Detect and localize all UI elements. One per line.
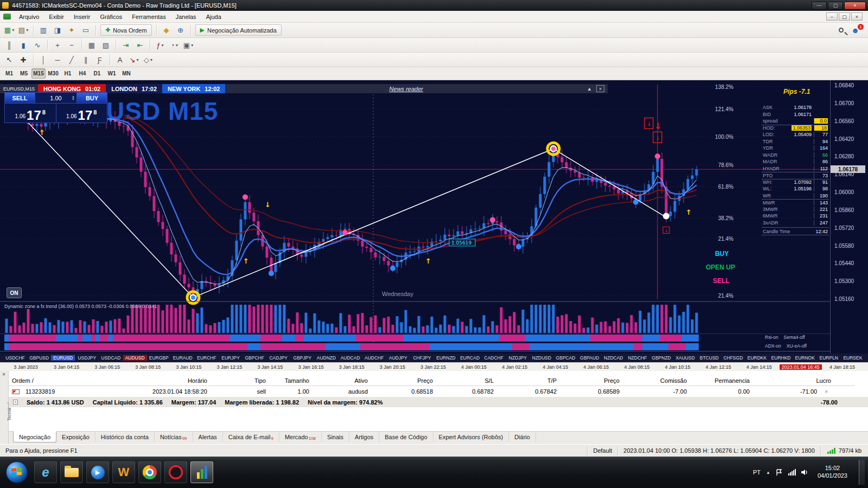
- auto-scroll-icon[interactable]: ⇥: [119, 39, 132, 51]
- ticker-symbol-eurjpy[interactable]: EURJPY: [219, 355, 242, 361]
- ticker-symbol-usdchf[interactable]: USDCHF: [3, 355, 27, 361]
- mdi-close-button[interactable]: ×: [851, 12, 863, 21]
- menu-item-gráficos[interactable]: Gráficos: [95, 12, 127, 22]
- mdi-minimize-button[interactable]: –: [826, 12, 838, 21]
- ticker-symbol-usdjpy[interactable]: USDJPY: [75, 355, 99, 361]
- ticker-symbol-audchf[interactable]: AUDCHF: [362, 355, 386, 361]
- ticker-symbol-cadchf[interactable]: CADCHF: [482, 355, 506, 361]
- ticker-symbol-audusd[interactable]: AUDUSD: [123, 355, 147, 361]
- ticker-symbol-nzdjpy[interactable]: NZDJPY: [506, 355, 529, 361]
- start-button[interactable]: [6, 461, 28, 483]
- tab-di-rio[interactable]: Diário: [509, 432, 536, 442]
- menu-item-ajuda[interactable]: Ajuda: [201, 12, 226, 22]
- ticker-symbol-chfjpy[interactable]: CHFJPY: [410, 355, 434, 361]
- ticker-symbol-gbpnzd[interactable]: GBPNZD: [649, 355, 673, 361]
- column-header-preço[interactable]: Preço: [371, 377, 436, 384]
- timeframe-mn[interactable]: MN: [119, 68, 133, 79]
- metaeditor-icon[interactable]: ◆: [160, 24, 173, 36]
- volume-stepper[interactable]: 1.00▲▼: [35, 93, 77, 103]
- tab-hist-rico-da-conta[interactable]: Histórico da conta: [95, 432, 155, 442]
- ticker-symbol-chfsgd[interactable]: CHFSGD: [721, 355, 745, 361]
- on-button[interactable]: ON: [7, 287, 22, 298]
- ticker-symbol-eurgbp[interactable]: EURGBP: [147, 355, 171, 361]
- column-header-tamanho[interactable]: Tamanho: [269, 377, 312, 384]
- buy-price[interactable]: 1.06 17 8: [56, 104, 107, 123]
- cascade-windows-icon[interactable]: ▧: [99, 39, 112, 51]
- metatrader-taskbar-button[interactable]: [190, 461, 213, 483]
- sell-button[interactable]: SELL: [5, 93, 35, 103]
- timeframe-h1[interactable]: H1: [61, 68, 75, 79]
- ticker-symbol-nzdusd[interactable]: NZDUSD: [529, 355, 553, 361]
- close-position-button[interactable]: ×: [821, 389, 831, 395]
- data-window-icon[interactable]: ◨: [51, 24, 64, 36]
- ticker-symbol-eurusd[interactable]: EURUSD: [51, 355, 75, 361]
- order-row[interactable]: 1132338192023.01.04 18:58:20sell1.00audu…: [9, 386, 855, 397]
- ticker-symbol-cadjpy[interactable]: CADJPY: [266, 355, 290, 361]
- timeframe-d1[interactable]: D1: [90, 68, 104, 79]
- fibonacci-icon[interactable]: Ƒ: [93, 54, 106, 66]
- charts-globe-icon[interactable]: ⊕: [174, 24, 187, 36]
- ticker-symbol-eursek[interactable]: EURSEK: [841, 355, 865, 361]
- vertical-line-icon[interactable]: │: [37, 54, 50, 66]
- profiles-icon[interactable]: ▤▾: [17, 24, 30, 36]
- show-desktop-button[interactable]: [859, 460, 865, 485]
- collapse-icon[interactable]: ▲: [587, 86, 592, 92]
- opera-taskbar-button[interactable]: [164, 461, 187, 483]
- buy-button[interactable]: BUY: [77, 93, 107, 103]
- tab-negocia-o[interactable]: Negociação: [13, 431, 56, 442]
- tab-expert-advisors-rob-s-[interactable]: Expert Advisors (Robôs): [433, 432, 509, 442]
- volume-spin-icons[interactable]: ▲▼: [72, 95, 75, 101]
- column-header-sl[interactable]: S/L: [436, 377, 497, 384]
- search-icon[interactable]: [839, 28, 844, 33]
- ticker-symbol-audjpy[interactable]: AUDJPY: [386, 355, 410, 361]
- column-header-horário[interactable]: Horário: [74, 377, 210, 384]
- column-header-ativo[interactable]: Ativo: [312, 377, 371, 384]
- ticker-symbol-gbpusd[interactable]: GBPUSD: [27, 355, 51, 361]
- timeframe-m5[interactable]: M5: [17, 68, 31, 79]
- line-chart-icon[interactable]: ∿: [31, 39, 44, 51]
- ticker-symbol-eurcad[interactable]: EURCAD: [458, 355, 482, 361]
- ticker-symbol-audcad[interactable]: AUDCAD: [339, 355, 362, 361]
- column-header-comissão[interactable]: Comissão: [623, 377, 690, 384]
- tab-not-cias[interactable]: Notícias99: [155, 432, 193, 442]
- news-reader-link[interactable]: News reader: [390, 86, 423, 92]
- new-chart-icon[interactable]: ▦▾: [3, 24, 16, 36]
- account-icon[interactable]: ☻1: [851, 26, 859, 35]
- close-button[interactable]: ×: [844, 2, 866, 10]
- menu-item-exibir[interactable]: Exibir: [44, 12, 69, 22]
- taskbar-clock[interactable]: 15:02 04/01/2023: [814, 465, 851, 480]
- ticker-symbol-nzdcad[interactable]: NZDCAD: [602, 355, 626, 361]
- mdi-restore-button[interactable]: ▢: [839, 12, 850, 21]
- tray-expand-icon[interactable]: ▲: [766, 470, 770, 475]
- maximize-button[interactable]: ▢: [828, 2, 843, 10]
- w-app-taskbar-button[interactable]: W: [112, 461, 135, 483]
- column-header-preço[interactable]: Preço: [560, 377, 623, 384]
- ticker-symbol-gbpjpy[interactable]: GBPJPY: [290, 355, 314, 361]
- crosshair-icon[interactable]: ✚: [17, 54, 30, 66]
- news-close-button[interactable]: ×: [596, 85, 604, 92]
- terminal-close-button[interactable]: ×: [2, 371, 5, 377]
- navigator-icon[interactable]: ✦: [65, 24, 78, 36]
- minimize-button[interactable]: —: [812, 2, 827, 10]
- date-axis[interactable]: 3 Jan 20233 Jan 04:153 Jan 06:153 Jan 08…: [0, 362, 868, 371]
- zoom-in-icon[interactable]: +: [51, 39, 64, 51]
- ticker-symbol-eurhkd[interactable]: EURHKD: [769, 355, 793, 361]
- column-header-lucro[interactable]: Lucro: [753, 377, 834, 384]
- ticker-symbol-eurnok[interactable]: EURNOK: [793, 355, 817, 361]
- autotrading-button[interactable]: ▶Negociação Automatizada: [195, 24, 282, 36]
- market-watch-icon[interactable]: ▥: [37, 24, 50, 36]
- tab-alertas[interactable]: Alertas: [193, 432, 223, 442]
- ticker-symbol-nzdchf[interactable]: NZDCHF: [626, 355, 649, 361]
- tab-mercado[interactable]: Mercado108: [279, 432, 322, 442]
- expand-icon[interactable]: +: [13, 400, 18, 404]
- ticker-symbol-usdcad[interactable]: USDCAD: [99, 355, 123, 361]
- periods-icon[interactable]: ◔▾: [168, 39, 181, 51]
- ticker-symbol-eurpln[interactable]: EURPLN: [817, 355, 841, 361]
- tab-sinais[interactable]: Sinais: [322, 432, 349, 442]
- zoom-out-icon[interactable]: −: [65, 39, 78, 51]
- timeframe-m30[interactable]: M30: [46, 68, 60, 79]
- price-axis[interactable]: 1.068401.067001.065601.064201.062801.061…: [830, 80, 868, 354]
- menu-item-ferramentas[interactable]: Ferramentas: [127, 12, 170, 22]
- ticker-symbol-xauusd[interactable]: XAUUSD: [673, 355, 697, 361]
- text-label-icon[interactable]: A: [113, 54, 126, 66]
